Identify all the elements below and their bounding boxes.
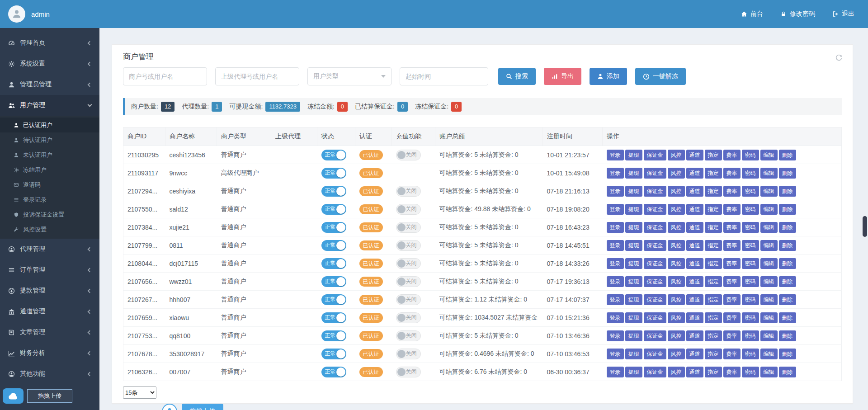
row-action-login-button[interactable]: 登录 [607,258,624,269]
row-action-login-button[interactable]: 登录 [607,312,624,323]
row-action-deposit-button[interactable]: 保证金 [644,312,666,323]
row-action-edit-button[interactable]: 编辑 [760,150,778,160]
row-action-login-button[interactable]: 登录 [607,240,624,251]
row-action-assign-button[interactable]: 指定 [705,330,722,341]
status-toggle[interactable]: 正常 [321,312,346,323]
row-action-channel-button[interactable]: 通道 [686,349,703,359]
sidebar-item-system-settings[interactable]: 系统设置 [0,53,99,74]
sidebar-item-order-management[interactable]: 订单管理 [0,259,99,280]
row-action-channel-button[interactable]: 通道 [686,367,703,377]
row-action-deposit-button[interactable]: 保证金 [644,204,666,215]
recharge-toggle[interactable]: 关闭 [396,367,421,377]
row-action-channel-button[interactable]: 通道 [686,186,703,197]
export-button[interactable]: 导出 [544,68,581,85]
row-action-login-button[interactable]: 登录 [607,367,624,377]
row-action-withdraw-button[interactable]: 提现 [625,367,642,377]
row-action-login-button[interactable]: 登录 [607,186,624,197]
row-action-rate-button[interactable]: 费率 [723,258,741,269]
row-action-risk-button[interactable]: 风控 [668,330,685,341]
recharge-toggle[interactable]: 关闭 [396,186,421,197]
row-action-edit-button[interactable]: 编辑 [760,312,778,323]
row-action-rate-button[interactable]: 费率 [723,312,741,323]
row-action-delete-button[interactable]: 删除 [779,312,796,323]
row-action-deposit-button[interactable]: 保证金 [644,294,666,305]
row-action-delete-button[interactable]: 删除 [779,222,796,233]
row-action-channel-button[interactable]: 通道 [686,258,703,269]
row-action-password-button[interactable]: 密码 [742,240,759,251]
row-action-delete-button[interactable]: 删除 [779,276,796,287]
row-action-deposit-button[interactable]: 保证金 [644,240,666,251]
row-action-edit-button[interactable]: 编辑 [760,204,778,215]
row-action-delete-button[interactable]: 删除 [779,240,796,251]
row-action-risk-button[interactable]: 风控 [668,276,685,287]
row-action-deposit-button[interactable]: 保证金 [644,258,666,269]
row-action-delete-button[interactable]: 删除 [779,150,796,160]
agent-search-input[interactable] [215,67,299,85]
scrollbar-thumb[interactable] [863,216,867,237]
recharge-toggle[interactable]: 关闭 [396,276,421,287]
sidebar-subitem-pending-users[interactable]: 待认证用户 [0,132,99,147]
row-action-delete-button[interactable]: 删除 [779,349,796,359]
sidebar-subitem-frozen-users[interactable]: 冻结用户 [0,162,99,177]
row-action-deposit-button[interactable]: 保证金 [644,367,666,377]
row-action-deposit-button[interactable]: 保证金 [644,276,666,287]
status-toggle[interactable]: 正常 [321,240,346,251]
row-action-edit-button[interactable]: 编辑 [760,186,778,197]
row-action-risk-button[interactable]: 风控 [668,349,685,359]
row-action-deposit-button[interactable]: 保证金 [644,222,666,233]
recharge-toggle[interactable]: 关闭 [396,240,421,251]
row-action-rate-button[interactable]: 费率 [723,168,741,179]
row-action-assign-button[interactable]: 指定 [705,294,722,305]
row-action-rate-button[interactable]: 费率 [723,330,741,341]
sidebar-subitem-unverified-users[interactable]: 未认证用户 [0,147,99,162]
unfreeze-button[interactable]: 一键解冻 [635,68,686,85]
row-action-risk-button[interactable]: 风控 [668,186,685,197]
status-toggle[interactable]: 正常 [321,222,346,233]
recharge-toggle[interactable]: 关闭 [396,258,421,269]
header-frontend-link[interactable]: 前台 [741,10,763,18]
row-action-password-button[interactable]: 密码 [742,294,759,305]
row-action-edit-button[interactable]: 编辑 [760,367,778,377]
row-action-withdraw-button[interactable]: 提现 [625,294,642,305]
row-action-channel-button[interactable]: 通道 [686,222,703,233]
row-action-risk-button[interactable]: 风控 [668,294,685,305]
row-action-password-button[interactable]: 密码 [742,330,759,341]
sidebar-item-article-management[interactable]: 文章管理 [0,322,99,343]
status-toggle[interactable]: 正常 [321,349,346,359]
row-action-delete-button[interactable]: 删除 [779,367,796,377]
row-action-edit-button[interactable]: 编辑 [760,294,778,305]
row-action-withdraw-button[interactable]: 提现 [625,222,642,233]
row-action-assign-button[interactable]: 指定 [705,312,722,323]
sidebar-item-withdraw-management[interactable]: 提款管理 [0,280,99,301]
row-action-password-button[interactable]: 密码 [742,186,759,197]
row-action-assign-button[interactable]: 指定 [705,204,722,215]
row-action-assign-button[interactable]: 指定 [705,222,722,233]
page-size-select[interactable]: 15条 [123,386,156,399]
row-action-rate-button[interactable]: 费率 [723,150,741,160]
row-action-risk-button[interactable]: 风控 [668,258,685,269]
row-action-login-button[interactable]: 登录 [607,294,624,305]
row-action-risk-button[interactable]: 风控 [668,222,685,233]
recharge-toggle[interactable]: 关闭 [396,349,421,359]
sidebar-subitem-login-records[interactable]: 登录记录 [0,192,99,207]
sidebar-item-dashboard[interactable]: 管理首页 [0,33,99,53]
row-action-risk-button[interactable]: 风控 [668,367,685,377]
row-action-edit-button[interactable]: 编辑 [760,330,778,341]
user-type-select[interactable]: 用户类型 [307,67,392,85]
row-action-edit-button[interactable]: 编辑 [760,222,778,233]
status-toggle[interactable]: 正常 [321,258,346,269]
row-action-channel-button[interactable]: 通道 [686,240,703,251]
sidebar-drag-upload[interactable]: 拖拽上传 [3,388,72,404]
row-action-risk-button[interactable]: 风控 [668,240,685,251]
sidebar-item-channel-management[interactable]: 通道管理 [0,301,99,322]
refresh-icon[interactable] [835,54,843,61]
row-action-password-button[interactable]: 密码 [742,349,759,359]
row-action-withdraw-button[interactable]: 提现 [625,312,642,323]
row-action-channel-button[interactable]: 通道 [686,312,703,323]
header-logout-link[interactable]: 退出 [832,10,854,18]
row-action-assign-button[interactable]: 指定 [705,240,722,251]
row-action-assign-button[interactable]: 指定 [705,276,722,287]
row-action-login-button[interactable]: 登录 [607,150,624,160]
row-action-edit-button[interactable]: 编辑 [760,168,778,179]
row-action-rate-button[interactable]: 费率 [723,276,741,287]
